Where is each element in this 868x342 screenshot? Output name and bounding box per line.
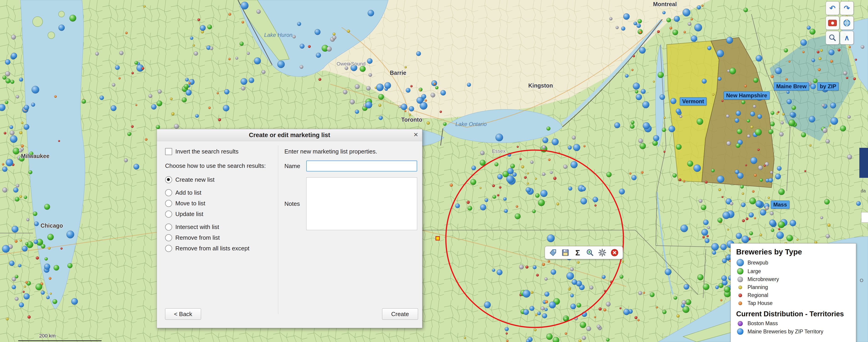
dialog-divider — [278, 145, 278, 314]
water-label-lake-ontario: Lake Ontario — [456, 121, 487, 127]
right-panel-sliver[interactable] — [859, 148, 868, 178]
legend-row: Large — [736, 268, 850, 274]
radio-option-intersect-with-list[interactable]: Intersect with list — [165, 224, 272, 231]
radio-label: Remove from list — [175, 234, 220, 241]
legend-label: Boston Mass — [748, 320, 778, 327]
marketing-list-dialog: Create or edit marketing list × Invert t… — [157, 129, 423, 328]
legend-row: Regional — [736, 292, 850, 298]
name-field-label: Name — [284, 163, 306, 170]
dialog-title: Create or edit marketing list — [249, 132, 330, 139]
sliver-text-fragment: da — [861, 188, 866, 194]
legend-symbol — [738, 321, 743, 326]
name-input[interactable] — [306, 161, 417, 171]
legend-row: Tap House — [736, 300, 850, 306]
zoom-search-icon[interactable] — [826, 31, 839, 44]
selected-point-marker[interactable] — [436, 237, 439, 240]
radio-option-update-list[interactable]: Update list — [165, 211, 272, 217]
territory-label-maine[interactable]: Maine Brew by ZIP — [774, 82, 839, 91]
create-button[interactable]: Create — [382, 308, 418, 320]
radio-option-remove-from-list[interactable]: Remove from list — [165, 234, 272, 241]
radio-button[interactable] — [165, 189, 172, 196]
territory-label-vermont[interactable]: Vermont — [680, 97, 707, 105]
radio-button[interactable] — [165, 234, 172, 241]
legend-label: Regional — [748, 292, 768, 298]
close-selection-icon[interactable] — [610, 248, 619, 257]
scale-bar-line — [18, 340, 101, 341]
map-application: Milwaukee Chicago Lake Huron Owen Sound … — [0, 0, 868, 342]
redo-icon[interactable]: ↷ — [840, 1, 854, 15]
invert-results-label: Invert the search results — [175, 148, 239, 155]
snapshot-icon[interactable] — [826, 16, 839, 30]
legend-label: Planning — [748, 284, 768, 290]
city-label-toronto: Toronto — [401, 116, 423, 123]
radio-option-remove-from-all-lists-except[interactable]: Remove from all lists except — [165, 245, 272, 252]
invert-results-checkbox[interactable] — [165, 148, 172, 155]
legend-items: BrewpubLargeMicrobreweryPlanningRegional… — [736, 259, 850, 306]
legend-symbol — [738, 285, 742, 289]
radio-label: Move to list — [175, 200, 206, 207]
choose-usage-label: Choose how to use the search results: — [165, 162, 272, 170]
radio-option-move-to-list[interactable]: Move to list — [165, 200, 272, 207]
legend-symbol — [738, 277, 743, 282]
radio-label: Intersect with list — [175, 224, 219, 231]
settings-gear-icon[interactable] — [598, 248, 607, 257]
back-button[interactable]: < Back — [165, 308, 201, 320]
radio-button[interactable] — [165, 211, 172, 217]
city-label-barrie: Barrie — [390, 70, 406, 76]
territory-label-mass[interactable]: Mass — [771, 201, 789, 209]
legend-symbol — [738, 294, 742, 297]
scale-bar-text: 200 km — [39, 333, 56, 339]
list-usage-radio-group: Create new listAdd to listMove to listUp… — [165, 176, 272, 252]
legend-territories-title: Current Distribution - Territories — [736, 310, 850, 318]
territory-label-maine-left[interactable]: Maine Brew — [774, 82, 809, 91]
legend-row: Maine Breweries by ZIP Territory — [736, 328, 850, 335]
legend-label: Maine Breweries by ZIP Territory — [748, 329, 824, 335]
legend-symbol — [737, 259, 744, 266]
legend-row: Planning — [736, 284, 850, 290]
legend-territory-items: Boston MassMaine Breweries by ZIP Territ… — [736, 320, 850, 335]
dialog-titlebar[interactable]: Create or edit marketing list × — [157, 129, 422, 141]
radio-label: Update list — [175, 211, 203, 217]
undo-icon[interactable]: ↶ — [826, 1, 839, 15]
city-label-milwaukee: Milwaukee — [21, 153, 50, 160]
radio-button[interactable] — [165, 245, 172, 252]
radio-label: Add to list — [175, 189, 201, 196]
map-context-toolbar: Σ — [545, 246, 623, 259]
legend-symbol — [738, 302, 742, 305]
territory-label-new-hampshire[interactable]: New Hampshire — [724, 92, 770, 100]
sliver-text-fragment-2: O — [860, 278, 863, 283]
legend-label: Tap House — [748, 300, 773, 306]
radio-button[interactable] — [165, 176, 172, 183]
globe-zoom-icon[interactable] — [840, 16, 854, 30]
notes-textarea[interactable] — [306, 177, 417, 230]
save-icon[interactable] — [561, 248, 570, 257]
brewpub-dot-icon — [810, 84, 816, 89]
city-label-kingston: Kingston — [528, 82, 553, 89]
city-label-chicago: Chicago — [40, 223, 63, 229]
legend-symbol — [737, 328, 743, 335]
collapse-panel-icon[interactable]: ∧ — [840, 31, 854, 44]
invert-results-checkbox-row[interactable]: Invert the search results — [165, 148, 272, 155]
summarize-sigma-icon[interactable]: Σ — [573, 248, 582, 257]
legend-label: Large — [748, 268, 761, 274]
county-label-essex: Essex — [492, 148, 505, 154]
map-controls: ↶ ↷ ∧ — [826, 1, 853, 44]
legend-label: Brewpub — [748, 260, 768, 266]
sliver-input-fragment[interactable] — [861, 212, 868, 223]
legend-panel: Breweries by Type BrewpubLargeMicrobrewe… — [731, 243, 856, 342]
legend-row: Boston Mass — [736, 320, 850, 327]
radio-option-add-to-list[interactable]: Add to list — [165, 189, 272, 196]
label-tag-icon[interactable] — [549, 248, 558, 257]
radio-option-create-new-list[interactable]: Create new list — [165, 176, 272, 183]
properties-header: Enter new marketing list properties. — [284, 148, 417, 155]
notes-field-label: Notes — [284, 200, 306, 207]
radio-button[interactable] — [165, 200, 172, 207]
radio-button[interactable] — [165, 224, 172, 231]
legend-row: Brewpub — [736, 259, 850, 266]
close-icon[interactable]: × — [413, 131, 418, 138]
legend-symbol — [737, 268, 743, 274]
radio-label: Remove from all lists except — [175, 245, 249, 252]
zoom-to-selection-icon[interactable] — [585, 248, 594, 257]
city-label-montreal: Montreal — [653, 1, 677, 7]
territory-label-maine-right[interactable]: by ZIP — [817, 82, 839, 91]
